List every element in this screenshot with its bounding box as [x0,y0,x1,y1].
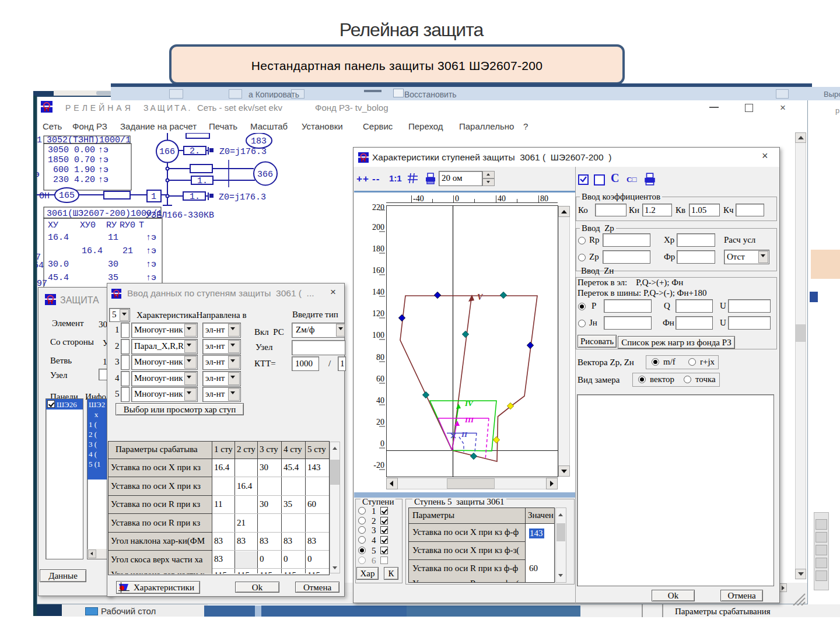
svg-text:↑э: ↑э [98,175,108,185]
svg-text:II: II [461,430,468,439]
svg-text:↑э: ↑э [146,246,156,256]
svg-text:220: 220 [372,203,384,212]
svg-text:Z0=j176.3: Z0=j176.3 [219,192,266,202]
svg-text:ХУ: ХУ [48,220,58,230]
svg-text:120: 120 [372,309,384,318]
svg-text:RУ: RУ [106,220,117,230]
svg-text:54: 54 [37,261,44,271]
svg-text:600: 600 [53,165,69,175]
svg-text:166: 166 [159,147,175,157]
svg-text:20: 20 [376,418,384,426]
svg-text:180: 180 [372,244,384,253]
svg-text:IV: IV [464,399,474,408]
svg-text:ОН: ОН [39,191,50,201]
svg-text:0: 0 [380,439,384,448]
svg-text:366: 366 [257,170,273,180]
svg-text:0.00: 0.00 [74,145,95,155]
svg-text:-20: -20 [373,461,384,470]
svg-text:30: 30 [108,260,118,270]
svg-text:80: 80 [376,353,384,362]
svg-text:1: 1 [37,135,42,145]
svg-text:1: 1 [151,192,156,202]
svg-text:160: 160 [372,266,384,275]
svg-text:60: 60 [376,374,384,383]
svg-text:165: 165 [59,191,75,201]
svg-text:35: 35 [108,273,118,283]
svg-text:Т: Т [139,220,144,230]
svg-text:↑э: ↑э [98,165,108,175]
svg-text:3052(ТЗНП)1000/1: 3052(ТЗНП)1000/1 [47,135,131,145]
svg-text:↑э: ↑э [98,155,108,165]
svg-text:3061(ШЭ2607-200)1000/1: 3061(ШЭ2607-200)1000/1 [47,209,162,219]
svg-text:0: 0 [455,194,459,203]
svg-text:III: III [464,415,474,424]
svg-text:80: 80 [540,194,548,203]
svg-text:40: 40 [498,194,506,203]
svg-text:↑э: ↑э [146,233,156,243]
svg-text:↑э: ↑э [146,260,156,270]
svg-text:140: 140 [372,288,384,296]
svg-text:1.: 1. [197,176,208,186]
svg-text:200: 200 [372,223,384,232]
svg-text:УЗЕЛ166-330КВ: УЗЕЛ166-330КВ [146,211,214,220]
svg-text:↑э: ↑э [146,273,156,283]
svg-text:↑э: ↑э [98,145,108,155]
svg-text:21: 21 [123,246,133,256]
svg-text:4.20: 4.20 [74,175,95,185]
svg-text:30.0: 30.0 [48,260,69,270]
svg-text:183: 183 [251,136,267,146]
svg-text:11: 11 [108,233,118,243]
svg-text:2.: 2. [190,146,200,156]
svg-text:RУ0: RУ0 [120,220,135,230]
svg-text:ХУ0: ХУ0 [80,220,96,230]
svg-text:230: 230 [53,175,69,185]
svg-text:3050: 3050 [48,145,69,155]
svg-text:16.4: 16.4 [48,233,69,243]
svg-text:1.: 1. [190,192,200,202]
svg-text:0.70: 0.70 [74,155,95,165]
svg-text:1.90: 1.90 [74,165,95,175]
svg-text:40: 40 [376,396,384,405]
svg-text:1850: 1850 [48,155,69,165]
svg-text:100: 100 [372,331,384,340]
svg-text:э: э [37,170,40,180]
svg-text:45.4: 45.4 [48,273,69,283]
svg-text:16.4: 16.4 [82,246,103,256]
svg-text:-40: -40 [413,194,424,203]
